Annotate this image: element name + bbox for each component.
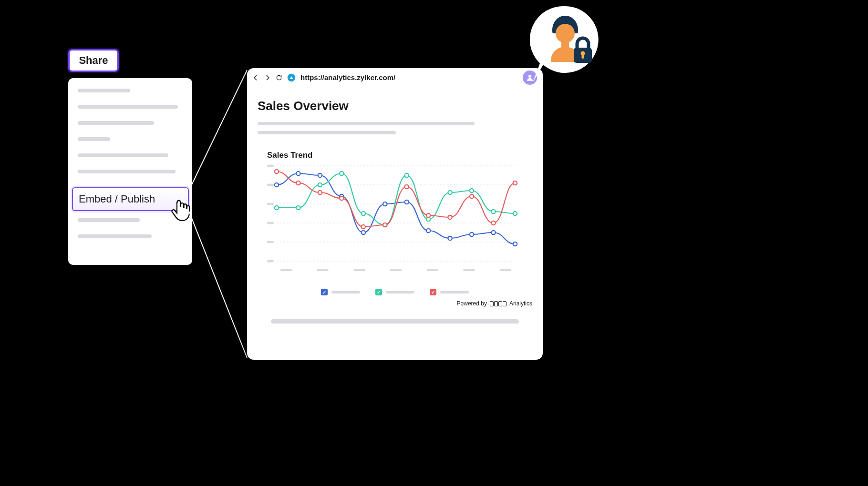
legend-label-placeholder: [440, 291, 469, 294]
dashboard-body: Sales Overview Sales Trend ✓ ✓ ✓ Powered…: [247, 87, 543, 360]
svg-point-49: [318, 191, 322, 194]
legend-checkbox-icon: ✓: [430, 289, 436, 295]
placeholder-bar: [271, 319, 519, 324]
svg-rect-60: [561, 41, 569, 48]
legend-label-placeholder: [331, 291, 360, 294]
svg-point-56: [470, 194, 474, 198]
placeholder-bar: [258, 131, 396, 134]
powered-suffix: Analytics: [509, 300, 532, 307]
svg-line-0: [189, 70, 247, 191]
menu-item[interactable]: [78, 105, 178, 109]
svg-rect-63: [582, 54, 584, 59]
back-icon[interactable]: [253, 74, 259, 81]
svg-rect-15: [463, 269, 475, 271]
svg-point-24: [296, 172, 300, 175]
svg-point-31: [448, 236, 452, 240]
svg-point-39: [362, 212, 365, 215]
zoho-logo-icon: [490, 301, 506, 306]
svg-point-59: [556, 24, 575, 43]
svg-rect-18: [267, 184, 274, 186]
share-button[interactable]: Share: [68, 49, 119, 72]
svg-point-35: [275, 206, 279, 210]
placeholder-bar: [258, 122, 475, 125]
svg-point-29: [405, 200, 409, 204]
svg-point-50: [340, 196, 343, 200]
legend-item[interactable]: ✓: [430, 289, 469, 295]
svg-point-46: [513, 212, 517, 215]
svg-rect-12: [353, 269, 365, 271]
svg-point-23: [275, 183, 279, 187]
svg-rect-10: [280, 269, 292, 271]
sales-trend-chart: [258, 163, 532, 287]
menu-item[interactable]: [78, 137, 110, 141]
legend-item[interactable]: ✓: [375, 289, 414, 295]
svg-point-41: [405, 173, 409, 177]
share-dropdown: Embed / Publish: [68, 78, 192, 265]
svg-point-51: [362, 225, 365, 229]
site-favicon: [287, 73, 296, 82]
svg-rect-11: [317, 269, 329, 271]
svg-rect-13: [390, 269, 402, 271]
svg-point-55: [448, 215, 452, 219]
svg-point-37: [318, 183, 322, 187]
svg-point-34: [513, 242, 517, 246]
svg-point-44: [470, 189, 474, 192]
svg-line-1: [189, 211, 247, 358]
svg-point-45: [491, 210, 495, 213]
menu-item-embed-publish[interactable]: Embed / Publish: [72, 187, 189, 211]
menu-item[interactable]: [78, 153, 168, 157]
svg-point-36: [296, 206, 300, 210]
svg-rect-17: [267, 165, 274, 167]
embedded-browser-window: https://analytics.zylker.com/ Sales Over…: [247, 68, 543, 360]
reload-icon[interactable]: [276, 74, 282, 81]
svg-point-57: [491, 221, 495, 225]
menu-item[interactable]: [78, 170, 176, 173]
svg-point-28: [383, 202, 387, 206]
legend-checkbox-icon: ✓: [321, 289, 328, 295]
menu-item[interactable]: [78, 218, 140, 222]
powered-prefix: Powered by: [457, 300, 487, 307]
svg-point-48: [296, 181, 300, 185]
svg-point-38: [340, 172, 343, 175]
svg-rect-16: [500, 269, 511, 271]
svg-point-58: [513, 181, 517, 185]
svg-point-32: [470, 233, 474, 236]
legend-label-placeholder: [386, 291, 414, 294]
chart-title: Sales Trend: [258, 151, 532, 160]
svg-point-54: [426, 213, 430, 217]
legend-item[interactable]: ✓: [321, 289, 360, 295]
svg-point-43: [448, 191, 452, 194]
dashboard-title: Sales Overview: [258, 99, 532, 113]
share-button-label: Share: [79, 54, 108, 67]
menu-item[interactable]: [78, 234, 152, 238]
svg-rect-19: [267, 203, 274, 205]
powered-by-label: Powered by Analytics: [258, 300, 532, 307]
svg-point-30: [426, 229, 430, 233]
forward-icon[interactable]: [264, 74, 271, 81]
svg-point-33: [491, 231, 495, 234]
menu-item-label: Embed / Publish: [79, 193, 155, 205]
menu-item[interactable]: [78, 121, 154, 125]
chart-legend: ✓ ✓ ✓: [258, 289, 532, 295]
menu-item[interactable]: [78, 89, 130, 92]
browser-url[interactable]: https://analytics.zylker.com/: [300, 73, 395, 81]
secure-user-callout: [522, 4, 608, 101]
svg-rect-14: [427, 269, 438, 271]
svg-point-27: [362, 231, 365, 234]
browser-address-bar: https://analytics.zylker.com/: [247, 68, 543, 87]
svg-point-25: [318, 173, 322, 177]
svg-point-52: [383, 223, 387, 227]
svg-rect-22: [267, 260, 274, 263]
svg-point-47: [275, 170, 279, 173]
legend-checkbox-icon: ✓: [375, 289, 382, 295]
svg-rect-20: [267, 222, 274, 224]
svg-rect-21: [267, 241, 274, 243]
svg-point-53: [405, 185, 409, 189]
